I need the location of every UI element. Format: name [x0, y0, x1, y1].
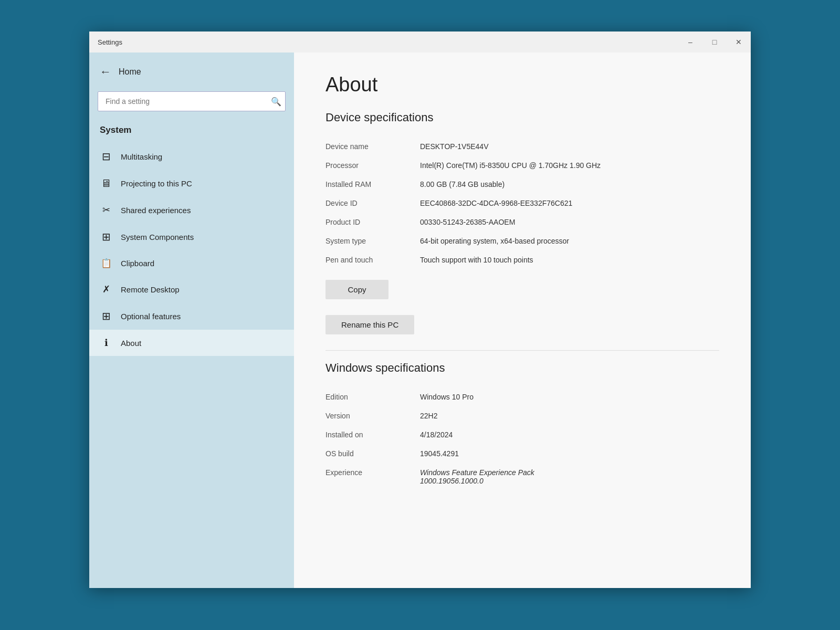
sidebar-item-label: Remote Desktop	[121, 285, 180, 294]
sidebar-item-label: About	[121, 339, 141, 348]
installed-on-value: 4/18/2024	[420, 425, 719, 444]
experience-row: Experience Windows Feature Experience Pa…	[326, 463, 719, 490]
titlebar-left: Settings	[98, 38, 122, 46]
device-id-value: EEC40868-32DC-4DCA-9968-EE332F76C621	[420, 194, 719, 213]
page-title: About	[326, 74, 719, 96]
sidebar-item-projecting[interactable]: 🖥 Projecting to this PC	[89, 170, 294, 197]
pen-touch-label: Pen and touch	[326, 250, 420, 269]
minimize-button[interactable]: –	[678, 32, 702, 52]
remote-desktop-icon: ✗	[100, 284, 112, 295]
system-components-icon: ⊞	[100, 230, 112, 243]
sidebar-item-multitasking[interactable]: ⊟ Multitasking	[89, 143, 294, 170]
ram-label: Installed RAM	[326, 175, 420, 194]
installed-on-row: Installed on 4/18/2024	[326, 425, 719, 444]
os-build-label: OS build	[326, 444, 420, 463]
product-id-label: Product ID	[326, 213, 420, 232]
os-build-row: OS build 19045.4291	[326, 444, 719, 463]
processor-label: Processor	[326, 156, 420, 175]
sidebar-item-label: Multitasking	[121, 152, 162, 161]
installed-on-label: Installed on	[326, 425, 420, 444]
experience-label: Experience	[326, 463, 420, 490]
windows-specs-title: Windows specifications	[326, 361, 719, 375]
sidebar-item-clipboard[interactable]: 📋 Clipboard	[89, 250, 294, 276]
sidebar-item-label: Shared experiences	[121, 206, 191, 215]
search-input[interactable]	[98, 91, 286, 111]
specs-divider	[326, 350, 719, 351]
rename-buttons: Rename this PC	[326, 315, 719, 334]
experience-value: Windows Feature Experience Pack1000.1905…	[420, 463, 719, 490]
sidebar-item-about[interactable]: ℹ About	[89, 330, 294, 356]
processor-row: Processor Intel(R) Core(TM) i5-8350U CPU…	[326, 156, 719, 175]
sidebar-search: 🔍	[98, 91, 286, 111]
product-id-value: 00330-51243-26385-AAOEM	[420, 213, 719, 232]
sidebar-item-remote-desktop[interactable]: ✗ Remote Desktop	[89, 276, 294, 302]
shared-experiences-icon: ✂	[100, 204, 112, 216]
sidebar-item-label: Clipboard	[121, 259, 154, 268]
pen-touch-row: Pen and touch Touch support with 10 touc…	[326, 250, 719, 269]
system-type-label: System type	[326, 232, 420, 250]
sidebar-item-optional-features[interactable]: ⊞ Optional features	[89, 302, 294, 330]
system-type-value: 64-bit operating system, x64-based proce…	[420, 232, 719, 250]
close-button[interactable]: ✕	[727, 32, 751, 52]
pen-touch-value: Touch support with 10 touch points	[420, 250, 719, 269]
version-label: Version	[326, 406, 420, 425]
version-value: 22H2	[420, 406, 719, 425]
system-section-label: System	[89, 120, 294, 143]
device-specs-table: Device name DESKTOP-1V5E44V Processor In…	[326, 137, 719, 269]
settings-window: Settings – □ ✕ ← Home 🔍 System ⊟ Multita…	[89, 32, 751, 588]
device-name-value: DESKTOP-1V5E44V	[420, 137, 719, 156]
os-build-value: 19045.4291	[420, 444, 719, 463]
system-type-row: System type 64-bit operating system, x64…	[326, 232, 719, 250]
content-area: ← Home 🔍 System ⊟ Multitasking 🖥 Project…	[89, 52, 751, 588]
edition-label: Edition	[326, 387, 420, 406]
titlebar-title: Settings	[98, 38, 122, 46]
device-specs-title: Device specifications	[326, 111, 719, 124]
ram-row: Installed RAM 8.00 GB (7.84 GB usable)	[326, 175, 719, 194]
titlebar-controls: – □ ✕	[678, 32, 751, 52]
device-id-row: Device ID EEC40868-32DC-4DCA-9968-EE332F…	[326, 194, 719, 213]
device-id-label: Device ID	[326, 194, 420, 213]
rename-pc-button[interactable]: Rename this PC	[326, 315, 414, 334]
sidebar-item-system-components[interactable]: ⊞ System Components	[89, 223, 294, 250]
ram-value: 8.00 GB (7.84 GB usable)	[420, 175, 719, 194]
copy-button[interactable]: Copy	[326, 280, 388, 299]
projecting-icon: 🖥	[100, 177, 112, 190]
product-id-row: Product ID 00330-51243-26385-AAOEM	[326, 213, 719, 232]
maximize-button[interactable]: □	[702, 32, 727, 52]
multitasking-icon: ⊟	[100, 150, 112, 163]
device-name-label: Device name	[326, 137, 420, 156]
edition-value: Windows 10 Pro	[420, 387, 719, 406]
back-button[interactable]: ←	[100, 65, 111, 79]
sidebar-item-shared-experiences[interactable]: ✂ Shared experiences	[89, 197, 294, 223]
sidebar-item-label: Projecting to this PC	[121, 179, 192, 188]
processor-value: Intel(R) Core(TM) i5-8350U CPU @ 1.70GHz…	[420, 156, 719, 175]
optional-features-icon: ⊞	[100, 310, 112, 322]
sidebar-home-item[interactable]: ← Home	[89, 58, 294, 86]
edition-row: Edition Windows 10 Pro	[326, 387, 719, 406]
sidebar: ← Home 🔍 System ⊟ Multitasking 🖥 Project…	[89, 52, 294, 588]
sidebar-item-label: Optional features	[121, 312, 181, 321]
main-content: About Device specifications Device name …	[294, 52, 751, 588]
search-icon[interactable]: 🔍	[271, 97, 281, 107]
titlebar: Settings – □ ✕	[89, 32, 751, 52]
about-icon: ℹ	[100, 337, 112, 349]
sidebar-item-label: System Components	[121, 233, 194, 242]
home-label: Home	[119, 67, 141, 77]
windows-specs-table: Edition Windows 10 Pro Version 22H2 Inst…	[326, 387, 719, 490]
clipboard-icon: 📋	[100, 258, 112, 269]
action-buttons: Copy	[326, 280, 719, 299]
device-name-row: Device name DESKTOP-1V5E44V	[326, 137, 719, 156]
version-row: Version 22H2	[326, 406, 719, 425]
